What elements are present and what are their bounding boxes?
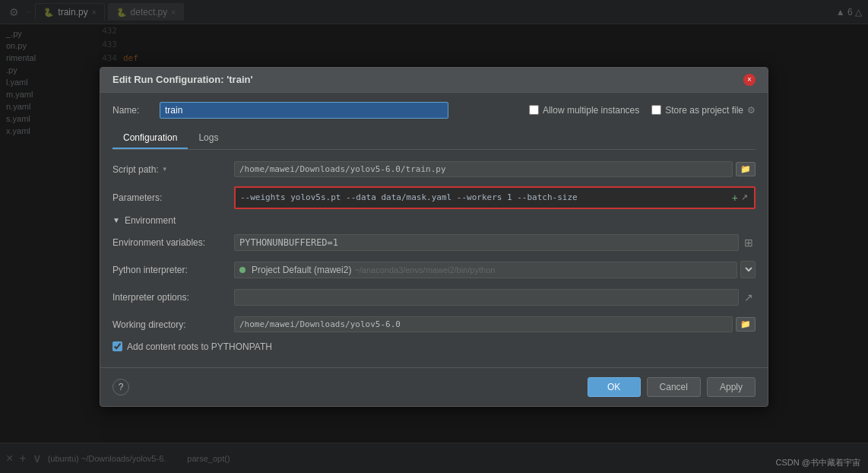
interp-options-expand-button[interactable]: ↗ [742,291,756,303]
params-expand-icon[interactable]: ↗ [740,192,749,202]
dialog-tabs: Configuration Logs [112,128,756,150]
add-content-roots-label: Add content roots to PYTHONPATH [127,341,272,352]
interp-options-label: Interpreter options: [112,292,234,303]
working-dir-row: Working directory: 📁 [112,314,756,335]
working-dir-input[interactable] [234,316,733,332]
checkbox-group: Allow multiple instances Store as projec… [529,105,756,116]
dialog-titlebar: Edit Run Configuration: 'train' × [100,68,768,93]
dropdown-arrow-icon: ▼ [162,166,168,173]
store-project-item: Store as project file ⚙ [651,105,756,116]
env-vars-input[interactable] [234,234,739,251]
python-interp-dropdown: Project Default (mawei2) ~/anaconda3/env… [234,261,756,278]
tab-configuration[interactable]: Configuration [112,128,188,149]
script-path-input-group: 📁 [234,161,756,177]
name-input[interactable] [160,102,448,119]
interpreter-name: Project Default (mawei2) [252,265,351,275]
dialog-title: Edit Run Configuration: 'train' [112,74,253,85]
allow-multiple-label: Allow multiple instances [543,105,639,116]
environment-section-header[interactable]: ▼ Environment [112,215,756,226]
run-config-dialog: Edit Run Configuration: 'train' × Name: … [100,67,768,407]
script-path-browse-button[interactable]: 📁 [736,162,756,176]
script-path-row: Script path: ▼ 📁 [112,159,756,180]
add-content-roots-row: Add content roots to PYTHONPATH [112,341,756,352]
python-interp-row: Python interpreter: Project Default (maw… [112,259,756,281]
script-path-input[interactable] [234,161,733,177]
python-interp-label: Python interpreter: [112,265,234,275]
dialog-body: Name: Allow multiple instances Store as … [100,93,768,367]
name-row: Name: Allow multiple instances Store as … [112,102,756,119]
dialog-footer: ? OK Cancel Apply [100,367,768,406]
footer-left: ? [112,379,129,395]
add-content-roots-checkbox[interactable] [112,341,122,351]
env-vars-input-group: ⊞ [234,234,756,251]
interp-options-row: Interpreter options: ↗ [112,287,756,308]
apply-button[interactable]: Apply [707,377,756,397]
collapse-arrow-icon: ▼ [112,216,120,224]
watermark: CSDN @书中藏着宇宙 [776,457,860,468]
parameters-box[interactable]: --weights yolov5s.pt --data data/mask.ya… [234,186,756,209]
env-vars-row: Environment variables: ⊞ [112,232,756,253]
store-settings-icon[interactable]: ⚙ [747,105,756,116]
interp-options-input-group: ↗ [234,289,756,306]
working-dir-label: Working directory: [112,319,234,330]
env-vars-label: Environment variables: [112,237,234,248]
parameters-row: Parameters: --weights yolov5s.pt --data … [112,186,756,209]
parameters-value: --weights yolov5s.pt --data data/mask.ya… [240,192,730,202]
help-button[interactable]: ? [112,379,129,395]
allow-multiple-checkbox[interactable] [529,105,539,115]
store-project-checkbox[interactable] [651,105,661,115]
tab-logs[interactable]: Logs [188,128,229,149]
cancel-button[interactable]: Cancel [647,377,701,397]
working-dir-input-group: 📁 [234,316,756,332]
store-project-label: Store as project file [665,105,743,116]
interpreter-path: ~/anaconda3/envs/mawei2/bin/python [354,265,495,275]
working-dir-browse-button[interactable]: 📁 [736,317,756,332]
script-path-label: Script path: ▼ [112,164,234,175]
name-label: Name: [112,105,150,116]
green-status-dot [239,267,246,273]
environment-label: Environment [125,215,176,226]
env-vars-copy-button[interactable]: ⊞ [742,236,756,249]
params-add-icon[interactable]: + [730,192,740,204]
parameters-label: Parameters: [112,192,234,203]
interp-options-input[interactable] [234,289,739,306]
dialog-overlay: Edit Run Configuration: 'train' × Name: … [0,0,868,473]
allow-multiple-item: Allow multiple instances [529,105,639,116]
dialog-close-button[interactable]: × [743,74,756,86]
interpreter-dropdown-select[interactable]: ▼ [740,261,756,278]
ok-button[interactable]: OK [588,377,641,397]
